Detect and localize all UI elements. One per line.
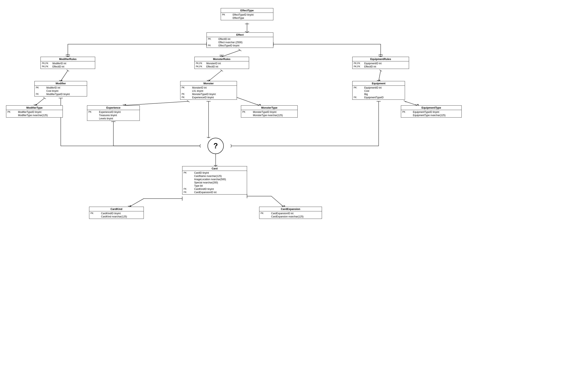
- equipment-f3-name: Big: [364, 93, 403, 96]
- equipmenttype-f2-name: EquipmentType nvarchar(125): [413, 114, 460, 117]
- effect-f3-name: EffectTypeID tinyint: [218, 44, 272, 47]
- card-f4-name: Special nvarchar(200): [194, 181, 246, 184]
- effecttype-f2-key: [222, 17, 233, 19]
- effect-f1-name: EffectID int: [218, 38, 272, 41]
- monster-f1-key: PK: [182, 86, 192, 89]
- modifierrules-title: ModifierRules: [41, 57, 95, 61]
- monstertype-body: PKMonsterTypeID tinyint MonsterType nvar…: [241, 110, 297, 117]
- cardkind-f2-key: [90, 215, 101, 218]
- modifiertype-body: PKModifierTypeID tinyint ModifierType nv…: [6, 110, 62, 117]
- svg-line-37: [43, 97, 46, 99]
- svg-line-77: [130, 199, 144, 207]
- experience-f2-key: [89, 114, 99, 117]
- effect-f3-key: FK: [208, 44, 218, 47]
- effecttype-f1-key: PK: [222, 13, 233, 16]
- modifier-title: Modifier: [35, 81, 87, 86]
- svg-line-59: [200, 146, 200, 147]
- equipmenttype-f2-key: [402, 114, 413, 117]
- svg-line-11: [239, 49, 241, 51]
- entity-equipment: Equipment PKEquipmentID int Cost Big FKE…: [352, 81, 405, 100]
- monster-body: PKMonsterID int LVL tinyint PKMonsterTyp…: [180, 86, 237, 100]
- cardexpansion-f2-name: CardExpansion nvarchar(125): [271, 215, 321, 218]
- effecttype-body: PKEffectTypeID tinyint EffectType: [221, 13, 273, 20]
- cardexpansion-f1-key: PK: [261, 212, 271, 215]
- entity-card: Card PKCardID tinyint CardName nvarchar(…: [182, 166, 247, 194]
- entity-modifiertype: ModifierType PKModifierTypeID tinyint Mo…: [6, 105, 63, 118]
- question-mark-label: ?: [214, 142, 218, 150]
- svg-line-52: [404, 101, 406, 102]
- monsterrules-f2-key: PK,FK: [196, 65, 206, 68]
- equipmenttype-title: EquipmentType: [401, 106, 462, 110]
- experience-f3-name: Levels tinyint: [99, 117, 138, 120]
- modifierrules-f1-name: ModiferID int: [53, 62, 94, 65]
- monster-f2-name: LVL tinyint: [192, 90, 235, 92]
- entity-cardkind: CardKind PKCardKindID tinyint CardKind n…: [89, 207, 144, 219]
- experience-f3-key: [89, 117, 99, 120]
- cardexpansion-title: CardExpansion: [259, 207, 322, 211]
- equipmentrules-f1-name: EquipmentID int: [364, 62, 408, 65]
- question-mark-entity: ?: [207, 138, 224, 154]
- modifier-f3-name: ModifierTypeID tinyint: [46, 93, 86, 96]
- effect-f2-name: Effect nvarchar (2500): [218, 41, 272, 44]
- modifier-f2-name: Cost tinyint: [46, 90, 86, 92]
- modifiertype-f2-key: [8, 114, 18, 117]
- svg-line-21: [61, 71, 68, 81]
- equipment-f4-key: FK: [354, 96, 364, 99]
- monster-f2-key: [182, 90, 192, 92]
- experience-f1-key: PK: [89, 111, 99, 113]
- svg-line-10: [222, 50, 240, 57]
- modifier-body: PKModiferID int Cost tinyint FKModifierT…: [35, 86, 87, 96]
- effect-f2-key: [208, 41, 218, 44]
- card-f4-key: [184, 181, 194, 184]
- connectors-svg: [0, 0, 588, 368]
- monsterrules-f1-key: PK,FK: [196, 62, 206, 65]
- effecttype-f2-name: EffectType: [233, 17, 272, 19]
- card-body: PKCardID tinyint CardName nvarchar(125) …: [182, 171, 247, 194]
- card-f1-name: CardID tinyint: [194, 171, 246, 174]
- entity-modifierrules: ModifierRules PK,FKModiferID int PK,FKEf…: [41, 57, 95, 69]
- equipmenttype-body: PKEquipmentTypeID tinyint EquipmentType …: [401, 110, 462, 117]
- monstertype-f1-key: PK: [242, 111, 253, 113]
- monster-f4-key: PK: [182, 96, 192, 99]
- monstertype-title: MonsterType: [241, 106, 297, 110]
- equipment-f2-key: [354, 90, 364, 92]
- svg-line-36: [36, 98, 45, 105]
- svg-line-63: [209, 137, 210, 138]
- entity-monsterrules: MonsterRules PK,FKMonsterID int PK,FKEff…: [194, 57, 249, 69]
- cardexpansion-body: PKCardExpansionID int CardExpansion nvar…: [259, 211, 322, 219]
- monster-f3-name: MonsterTypeID tinyint: [192, 93, 235, 96]
- monsterrules-f1-name: MonsterID int: [206, 62, 248, 65]
- entity-modifier: Modifier PKModiferID int Cost tinyint FK…: [35, 81, 87, 96]
- svg-line-31: [379, 71, 381, 81]
- svg-line-42: [187, 101, 189, 102]
- equipmentrules-f2-key: PK,FK: [354, 65, 364, 68]
- card-f5-name: Type bit: [194, 184, 246, 187]
- modifier-f3-key: FK: [36, 93, 46, 96]
- cardkind-title: CardKind: [89, 207, 143, 211]
- modifiertype-f2-name: ModifierType nvarchar(125): [18, 114, 61, 117]
- effect-body: PKEffectID int Effect nvarchar (2500) FK…: [207, 37, 273, 48]
- monstertype-f2-key: [242, 114, 253, 117]
- card-f2-key: [184, 175, 194, 177]
- modifiertype-f1-name: ModifierTypeID tinyint: [18, 111, 61, 113]
- monster-f3-key: PK: [182, 93, 192, 96]
- equipment-f1-name: EquipmentID int: [364, 86, 403, 89]
- effecttype-f1-name: EffectTypeID tinyint: [233, 13, 272, 16]
- monsterrules-f2-name: EffectID int: [206, 65, 248, 68]
- experience-body: PKExperienceID tinyint Treasures tinyint…: [87, 110, 140, 120]
- entity-effect: Effect PKEffectID int Effect nvarchar (2…: [206, 32, 273, 48]
- modifierrules-body: PK,FKModiferID int PK,FKEffectID int: [41, 61, 95, 69]
- svg-line-25: [67, 70, 69, 71]
- monster-f4-name: ExperienceID tinyint: [192, 96, 235, 99]
- cardexpansion-f1-name: CardExpansionID int: [271, 212, 321, 215]
- cardexpansion-f2-key: [261, 215, 271, 218]
- svg-line-41: [125, 101, 188, 105]
- entity-equipmenttype: EquipmentType PKEquipmentTypeID tinyint …: [401, 105, 462, 118]
- equipmentrules-body: PK,FKEquipmentID int PK,FKEffectID int: [353, 61, 409, 69]
- monstertype-f2-name: MonsterType nvarchar(125): [253, 114, 296, 117]
- equipmentrules-f1-key: PK,FK: [354, 62, 364, 65]
- card-f3-key: [184, 178, 194, 181]
- modifiertype-title: ModifierType: [6, 106, 62, 110]
- experience-f2-name: Treasures tinyint: [99, 114, 138, 117]
- equipmenttype-f1-key: PK: [402, 111, 413, 113]
